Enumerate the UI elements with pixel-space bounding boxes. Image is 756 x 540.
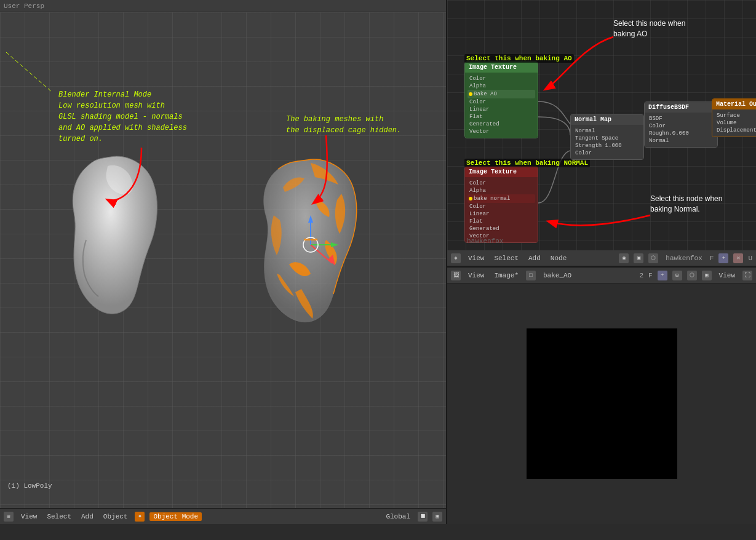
annotation-blender-mode: Blender Internal Mode Low resolution mes… [58,89,187,145]
node-mode-icon: ⬡ [648,253,658,263]
rock-right-mesh [240,154,381,326]
add-menu-left[interactable]: Add [79,512,96,521]
image-nav-icon[interactable]: ⬡ [687,271,697,280]
node-add-icon[interactable]: + [718,253,728,263]
image-view-btn[interactable]: View [717,271,738,280]
annotation-normal-node: Select this node when baking Normal. [650,194,722,215]
viewport-status: (1) LowPoly [7,482,52,490]
app-container: User Persp [0,0,756,540]
select-menu-left[interactable]: Select [44,512,74,521]
node-editor[interactable]: Image Texture Color Alpha Bake AO [447,0,756,268]
image-render-icon[interactable]: ▣ [702,271,712,280]
ao-node-label: Select this when baking AO [464,54,574,63]
image-image-menu[interactable]: Image* [491,271,521,280]
image-f: F [648,272,653,279]
image-editor-icon: 🖼 [451,271,461,280]
node-normal-header: Image Texture [465,167,538,177]
node-add-menu[interactable]: Add [526,254,543,263]
node-editor-toolbar[interactable]: ◈ View Select Add Node ◉ ▣ ⬡ hawkenfox F… [447,250,756,266]
viewport-3d[interactable]: Blender Internal Mode Low resolution mes… [0,12,446,508]
panels-row: User Persp [0,0,756,540]
bake-ao-canvas [527,328,677,479]
annotation-baking: The baking meshes with the displaced cag… [286,114,401,136]
image-zoom-icon[interactable]: ⊞ [672,271,682,280]
rock-left-mesh [52,148,175,320]
snap-icon[interactable]: 🔲 [418,512,428,522]
node-normal-body: Color Alpha bake normal Color [465,177,538,242]
viewport-icon: ⊞ [4,512,14,522]
image-bake-ao[interactable]: bake_AO [541,271,574,280]
node-u-label: U [748,255,752,262]
object-menu[interactable]: Object [101,512,130,521]
image-view-menu[interactable]: View [466,271,487,280]
node-select-menu[interactable]: Select [491,254,521,263]
viewport-header: User Persp [0,0,446,12]
node-bsdf[interactable]: DiffuseBSDF BSDF Color Roughn.0.000 Norm… [644,101,718,148]
image-editor: 🖼 View Image* □ bake_AO 2 F + ⊞ ⬡ ▣ View… [447,268,756,524]
node-bsdf-body: BSDF Color Roughn.0.000 Normal [645,113,717,147]
node-close-icon[interactable]: ✕ [733,253,743,263]
image-type-icon: □ [526,271,536,280]
node-dot [469,197,472,201]
node-editor-icon: ◈ [451,253,461,263]
node-normal-texture[interactable]: Image Texture Color Alpha bake normal [464,166,538,243]
node-f-label: F [710,255,714,262]
viewport-bottom-bar[interactable]: ⊞ View Select Add Object ● Object Mode G… [0,508,446,524]
mode-selector[interactable]: Object Mode [149,512,202,521]
node-dot [469,92,472,96]
annotation-ao-node: Select this node when baking AO [613,18,685,39]
node-output-header: Material Output [712,99,756,109]
username-watermark: hawkenfox [467,237,503,245]
viewport-title: User Persp [4,2,44,10]
node-ao-body: Color Alpha Bake AO Color [465,73,538,138]
right-panel: Image Texture Color Alpha Bake AO [447,0,756,524]
svg-rect-7 [304,239,317,240]
view-menu[interactable]: View [18,512,39,521]
object-icon: ● [135,512,145,522]
image-fullscreen-icon[interactable]: ⛶ [742,271,752,280]
image-num: 2 [639,272,643,279]
node-output-body: Surface Volume Displacement [712,109,756,137]
image-add-icon[interactable]: + [658,271,667,280]
node-ao-header: Image Texture [465,62,538,73]
node-type-icon: ◉ [619,253,629,263]
global-btn[interactable]: Global [383,512,413,521]
left-panel-3d: User Persp [0,0,447,524]
node-view-menu[interactable]: View [466,254,487,263]
node-node-menu[interactable]: Node [548,254,569,263]
node-normalmap-header: Normal Map [571,114,643,125]
node-material-output[interactable]: Material Output Surface Volume Displacem… [712,98,756,137]
node-normalmap-body: Normal Tangent Space Strength 1.000 Colo… [571,125,643,159]
node-render-icon: ▣ [634,253,643,263]
node-bsdf-header: DiffuseBSDF [645,102,717,113]
image-editor-toolbar[interactable]: 🖼 View Image* □ bake_AO 2 F + ⊞ ⬡ ▣ View… [447,268,756,284]
node-normalmap[interactable]: Normal Map Normal Tangent Space Strength… [570,114,644,160]
node-username: hawkenfox [666,255,702,262]
node-ao-texture[interactable]: Image Texture Color Alpha Bake AO [464,62,538,138]
render-icon[interactable]: ▣ [432,512,442,522]
image-canvas [447,284,756,524]
normal-node-label: Select this when baking NORMAL [464,159,590,167]
